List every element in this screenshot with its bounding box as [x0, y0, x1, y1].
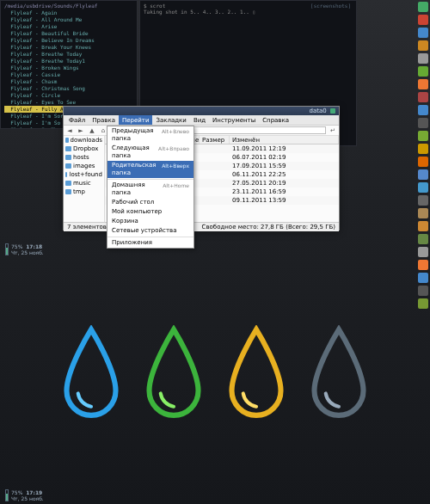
folder-icon: [65, 155, 71, 160]
dropdown-item[interactable]: Сетевые устройства: [108, 226, 194, 236]
col-size[interactable]: Размер: [200, 136, 230, 144]
dock-app-icon[interactable]: [418, 66, 428, 77]
playlist-item[interactable]: Flyleaf - Circle: [4, 92, 133, 99]
menubar[interactable]: ФайлПравкаПерейтиЗакладкиВидИнструментыС…: [64, 115, 339, 126]
statusbar: 7 элементов(2 скрыто) Свободное место: 2…: [64, 222, 339, 231]
drop-yellow: [221, 325, 292, 421]
menu-item[interactable]: Файл: [65, 115, 89, 125]
go-menu-dropdown[interactable]: Предыдущая папкаAlt+ВлевоСледующая папка…: [107, 126, 194, 249]
dock-app-icon[interactable]: [418, 15, 428, 25]
col-date[interactable]: Изменён: [230, 136, 339, 144]
dropdown-item[interactable]: Мой компьютер: [108, 207, 194, 217]
folder-icon: [65, 189, 71, 194]
sidebar-item[interactable]: tmp: [64, 187, 104, 196]
sidebar-item[interactable]: hosts: [64, 153, 104, 162]
toolbar: ◄ ► ▲ ⌂ ↵: [64, 126, 339, 136]
menu-item[interactable]: Закладки: [152, 115, 189, 125]
playlist-item[interactable]: Flyleaf - Beautiful Bride: [4, 30, 133, 37]
back-button[interactable]: ◄: [65, 126, 74, 135]
menu-item[interactable]: Инструменты: [209, 115, 259, 125]
dock-app-icon[interactable]: [418, 195, 428, 206]
clock-date: Чт, 25 нояб.: [11, 249, 44, 255]
workspace-tag: [screenshots]: [310, 3, 351, 9]
playlist-item[interactable]: Flyleaf - Breathe Today: [4, 51, 133, 58]
dropdown-item[interactable]: Корзина: [108, 217, 194, 226]
sidebar-item[interactable]: images: [64, 162, 104, 170]
scrot-msg: Taking shot in 5.. 4.. 3.. 2.. 1..: [144, 9, 252, 15]
dock-app-icon[interactable]: [418, 2, 428, 12]
menu-item[interactable]: Справка: [259, 115, 292, 125]
sidebar-item[interactable]: lost+found: [64, 170, 104, 179]
folder-icon: [65, 163, 71, 169]
dock-app-icon[interactable]: [418, 298, 428, 309]
sidebar-item[interactable]: Dropbox: [64, 144, 104, 153]
menu-item[interactable]: Вид: [190, 115, 209, 125]
clock-time: 17:19: [26, 489, 42, 495]
clock-widget-2: 75% 17:19 Чт, 25 нояб.: [5, 489, 44, 501]
dock-app-icon[interactable]: [418, 40, 428, 51]
playlist-item[interactable]: Flyleaf - Broken Wings: [4, 65, 133, 71]
dock-app-icon[interactable]: [418, 118, 428, 128]
playlist-item[interactable]: Flyleaf - Break Your Knees: [4, 44, 133, 51]
playlist-item[interactable]: Flyleaf - Eyes To See: [4, 99, 133, 106]
playlist-item[interactable]: Flyleaf - Again: [4, 9, 133, 16]
dropdown-item[interactable]: Предыдущая папкаAlt+Влево: [108, 126, 194, 144]
dock-app-icon[interactable]: [418, 28, 428, 38]
window-control-icon[interactable]: [330, 108, 335, 114]
dropdown-item[interactable]: Следующая папкаAlt+Вправо: [108, 144, 194, 161]
window-title: data0: [310, 108, 327, 114]
playlist-item[interactable]: Flyleaf - Breathe Today1: [4, 58, 133, 65]
cursor-icon: ▯: [252, 9, 255, 15]
dock-app-icon[interactable]: [418, 260, 428, 270]
titlebar[interactable]: data0: [64, 107, 339, 115]
file-manager-window[interactable]: data0 ФайлПравкаПерейтиЗакладкиВидИнстру…: [63, 106, 340, 230]
battery-icon: [5, 243, 9, 255]
dock[interactable]: [416, 2, 430, 309]
sidebar[interactable]: downloadsDropboxhostsimageslost+foundmus…: [64, 136, 105, 222]
drop-grey: [304, 325, 374, 421]
battery-icon: [5, 489, 9, 501]
clock-date: Чт, 25 нояб.: [11, 495, 44, 501]
folder-icon: [65, 172, 67, 177]
battery-pct: 75%: [11, 489, 22, 495]
dock-app-icon[interactable]: [418, 286, 428, 296]
playlist-item[interactable]: Flyleaf - All Around Me: [4, 16, 133, 23]
dock-app-icon[interactable]: [418, 105, 428, 115]
folder-icon: [65, 146, 71, 151]
wallpaper-drops: [0, 325, 430, 421]
menu-item[interactable]: Перейти: [119, 115, 153, 125]
up-button[interactable]: ▲: [88, 126, 96, 135]
dock-app-icon[interactable]: [418, 234, 428, 244]
drop-green: [138, 325, 209, 421]
dock-app-icon[interactable]: [418, 79, 428, 89]
dock-app-icon[interactable]: [418, 131, 428, 141]
playlist-item[interactable]: Flyleaf - Chasm: [4, 78, 133, 85]
playlist-item[interactable]: Flyleaf - Believe In Dreams: [4, 37, 133, 44]
clock-time: 17:18: [26, 243, 42, 249]
dock-app-icon[interactable]: [418, 92, 428, 102]
folder-icon: [65, 181, 71, 186]
dropdown-item[interactable]: Приложения: [108, 238, 194, 248]
sidebar-item[interactable]: downloads: [64, 136, 104, 144]
dock-app-icon[interactable]: [418, 182, 428, 193]
menu-item[interactable]: Правка: [89, 115, 119, 125]
dock-app-icon[interactable]: [418, 53, 428, 64]
dock-app-icon[interactable]: [418, 208, 428, 218]
dropdown-item[interactable]: Рабочий стол: [108, 198, 194, 207]
dock-app-icon[interactable]: [418, 273, 428, 283]
playlist-item[interactable]: Flyleaf - Christmas Song: [4, 85, 133, 92]
dropdown-item[interactable]: Домашняя папкаAlt+Home: [108, 181, 194, 198]
dropdown-item[interactable]: Родительская папкаAlt+Вверх: [108, 161, 194, 178]
playlist-item[interactable]: Flyleaf - Arise: [4, 23, 133, 30]
dock-app-icon[interactable]: [418, 157, 428, 167]
dock-app-icon[interactable]: [418, 221, 428, 231]
drop-blue: [56, 325, 126, 421]
forward-button[interactable]: ►: [77, 126, 85, 135]
go-button[interactable]: ↵: [329, 126, 337, 135]
dock-app-icon[interactable]: [418, 144, 428, 154]
sidebar-item[interactable]: music: [64, 179, 104, 187]
dock-app-icon[interactable]: [418, 247, 428, 257]
dock-app-icon[interactable]: [418, 169, 428, 180]
term-path: /media/usbdrive/Sounds/Flyleaf: [4, 3, 133, 9]
playlist-item[interactable]: Flyleaf - Cassie: [4, 71, 133, 78]
